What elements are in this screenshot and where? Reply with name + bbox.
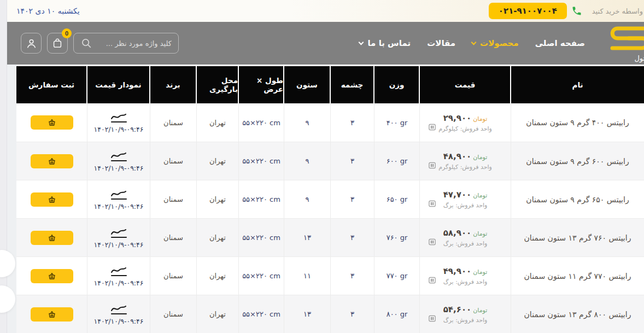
- table-header-row: نام قیمت وزن چشمه ستون طول × عرض محل بار…: [16, 66, 644, 103]
- basket-icon: [48, 310, 56, 319]
- order-cell: [16, 257, 87, 295]
- sale-unit-label: واحد فروش: برگ: [443, 317, 488, 324]
- weight-value: ۸۰۰ gr: [374, 295, 420, 333]
- product-name: رابیتس ۶۰۰ گرم ۹ ستون سمنان: [511, 142, 644, 180]
- loading-location: تهران: [197, 219, 239, 256]
- sale-unit-label: واحد فروش: برگ: [443, 202, 488, 209]
- shopping-bag-icon: [51, 37, 63, 49]
- mini-bars-icon[interactable]: [429, 162, 436, 169]
- order-button[interactable]: [31, 115, 73, 130]
- order-cell: [16, 295, 87, 333]
- sotoon-value: ۱۱: [284, 257, 331, 295]
- nav-item-label: تماس با ما: [367, 38, 411, 48]
- search-icon[interactable]: [80, 37, 92, 49]
- cheshmeh-value: ۳: [331, 295, 374, 333]
- col-header-sotoon: ستون: [284, 66, 331, 103]
- phone-icon: [571, 5, 582, 16]
- price-chart-timestamp: ۱۴۰۲/۱۰/۹-۰۹:۴۶: [94, 164, 144, 172]
- chevron-down-icon: [471, 39, 477, 45]
- promo-text: واسطه خرید کنید: [592, 7, 643, 15]
- price-line: تومان ۴۷,۷۰۰: [443, 190, 488, 200]
- price-line: تومان ۵۴,۶۰۰: [443, 305, 488, 314]
- dimensions-value: ۵۵×۲۲۰ cm: [239, 257, 284, 295]
- mini-bars-icon[interactable]: [429, 200, 436, 207]
- search-input[interactable]: [97, 39, 172, 48]
- price-chart-cell: ۱۴۰۲/۱۰/۹-۰۹:۴۶: [87, 103, 150, 142]
- price-chart-cell: ۱۴۰۲/۱۰/۹-۰۹:۴۶: [87, 142, 150, 180]
- mini-bars-icon[interactable]: [429, 315, 436, 322]
- col-header-loading: محل بارگیری: [197, 66, 239, 103]
- order-button[interactable]: [31, 154, 73, 168]
- nav-item-2[interactable]: مقالات: [427, 38, 455, 48]
- price-value: ۴۸,۹۰۰: [443, 151, 471, 161]
- page: واسطه خرید کنید ۰۲۱-۹۱۰۰۷۰۰۴ یکشنبه ۱۰ د…: [0, 0, 644, 333]
- dimensions-value: ۵۵×۲۲۰ cm: [239, 180, 284, 218]
- table-row: رابیتس ۶۰۰ گرم ۹ ستون سمنان تومان ۴۸,۹۰۰…: [16, 142, 644, 180]
- order-button[interactable]: [31, 307, 73, 322]
- line-chart-icon[interactable]: [109, 189, 128, 201]
- nav-item-label: مقالات: [427, 38, 455, 48]
- order-button[interactable]: [31, 192, 73, 207]
- price-line: تومان ۵۸,۹۰۰: [443, 228, 488, 238]
- basket-icon: [48, 272, 56, 281]
- nav-item-0[interactable]: صفحه اصلی: [535, 38, 585, 48]
- main-navbar: مفتول صفحه اصلی محصولات مقالات تماس با م…: [0, 22, 644, 65]
- cheshmeh-value: ۳: [331, 219, 374, 256]
- floating-widget-button-1[interactable]: [0, 250, 15, 277]
- weight-value: ۶۰۰ gr: [374, 142, 420, 180]
- nav-item-label: صفحه اصلی: [535, 38, 585, 48]
- table-row: رابیتس ۷۶۰ گرم ۱۳ ستون سمنان تومان ۵۸,۹۰…: [16, 218, 644, 256]
- dimensions-value: ۵۵×۲۲۰ cm: [239, 219, 284, 256]
- order-button[interactable]: [31, 269, 73, 283]
- basket-icon: [48, 118, 56, 127]
- currency-label: تومان: [473, 307, 487, 314]
- dimensions-value: ۵۵×۲۲۰ cm: [239, 295, 284, 333]
- nav-menu: صفحه اصلی محصولات مقالات تماس با ما: [359, 38, 585, 48]
- nav-item-1[interactable]: محصولات: [472, 38, 519, 48]
- price-value: ۴۷,۷۰۰: [443, 190, 471, 200]
- user-account-button[interactable]: [21, 33, 42, 54]
- mini-bars-icon[interactable]: [429, 238, 436, 246]
- currency-label: تومان: [473, 268, 487, 276]
- product-name: رابیتس ۷۷۰ گرم ۱۱ ستون سمنان: [511, 257, 644, 295]
- cart-count-badge: 0: [62, 28, 72, 38]
- sale-unit-label: واحد فروش: برگ: [443, 240, 488, 247]
- page-scrollbar[interactable]: [0, 0, 7, 333]
- price-chart-timestamp: ۱۴۰۲/۱۰/۹-۰۹:۴۶: [94, 317, 144, 325]
- date-label: یکشنبه ۱۰ دی ۱۴۰۲: [16, 7, 80, 15]
- nav-item-3[interactable]: تماس با ما: [359, 38, 411, 48]
- floating-widget-button-2[interactable]: [0, 285, 15, 313]
- col-header-chart: نمودار قیمت: [87, 66, 150, 103]
- price-table: نام قیمت وزن چشمه ستون طول × عرض محل بار…: [16, 65, 644, 333]
- mini-bars-icon[interactable]: [429, 277, 436, 284]
- dimensions-value: ۵۵×۲۲۰ cm: [239, 142, 284, 180]
- price-chart-cell: ۱۴۰۲/۱۰/۹-۰۹:۴۶: [87, 295, 150, 333]
- product-name: رابیتس ۷۶۰ گرم ۱۳ ستون سمنان: [511, 219, 644, 256]
- logo-mark-icon: [597, 25, 644, 54]
- brand-value: سمنان: [150, 295, 197, 333]
- line-chart-icon[interactable]: [109, 303, 128, 316]
- site-logo[interactable]: مفتول: [596, 24, 644, 62]
- search-box[interactable]: [73, 33, 179, 54]
- table-row: رابیتس ۷۷۰ گرم ۱۱ ستون سمنان تومان ۴۹,۹۰…: [16, 256, 644, 295]
- cart-button[interactable]: 0: [47, 33, 68, 54]
- weight-value: ۷۷۰ gr: [374, 257, 420, 295]
- product-name: رابیتس ۶۵۰ گرم ۹ ستون سمنان: [511, 180, 644, 218]
- order-cell: [16, 142, 87, 180]
- line-chart-icon[interactable]: [109, 227, 128, 239]
- price-value: ۲۹,۹۰۰: [443, 113, 471, 123]
- line-chart-icon[interactable]: [109, 112, 128, 124]
- col-header-cheshmeh: چشمه: [331, 66, 374, 103]
- chevron-down-icon: [359, 39, 364, 45]
- col-header-dimensions: طول × عرض: [239, 66, 284, 103]
- mini-bars-icon[interactable]: [429, 124, 436, 131]
- line-chart-icon[interactable]: [109, 265, 128, 277]
- order-cell: [16, 180, 87, 218]
- order-button[interactable]: [31, 231, 73, 245]
- line-chart-icon[interactable]: [109, 150, 128, 162]
- phone-number-badge[interactable]: ۰۲۱-۹۱۰۰۷۰۰۴: [489, 3, 567, 19]
- dimensions-value: ۵۵×۲۲۰ cm: [239, 103, 284, 142]
- price-chart-cell: ۱۴۰۲/۱۰/۹-۰۹:۴۶: [87, 219, 150, 256]
- price-cell: تومان ۵۴,۶۰۰ واحد فروش: برگ: [420, 295, 511, 333]
- col-header-name: نام: [511, 66, 644, 103]
